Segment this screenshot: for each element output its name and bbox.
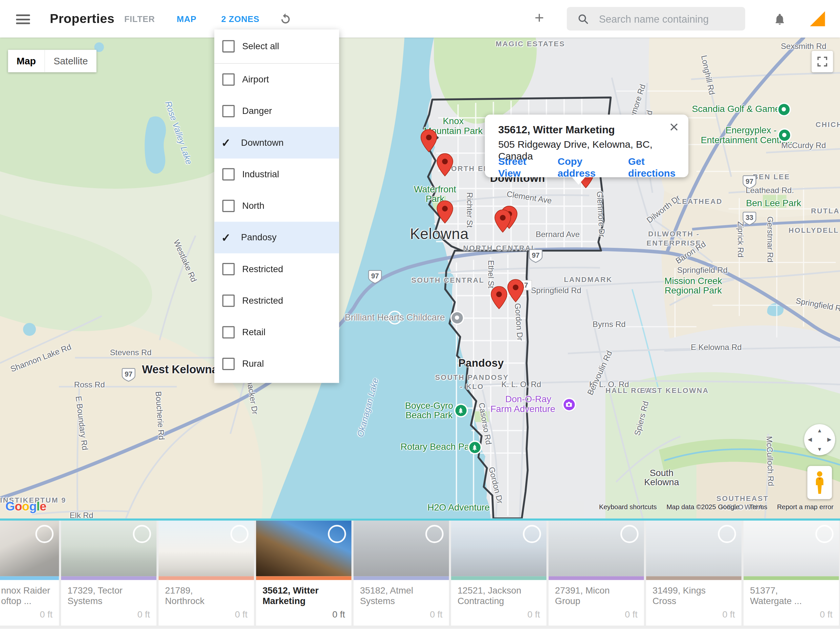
map-label: Boyce-Gyro [405,400,453,411]
property-card[interactable]: 31499, KingsCross0 ft [646,521,741,626]
map-label: Kelowna [644,477,679,488]
map-label: Scandia Golf & Games [692,104,785,115]
pan-control[interactable]: ▲ ▼ ◀ ▶ [804,424,835,456]
fullscreen-button[interactable] [812,51,833,72]
copy-address-link[interactable]: Copy address [557,156,617,180]
property-card[interactable]: 12521, JacksonContracting0 ft [451,521,546,626]
property-card[interactable]: 35612, WitterMarketing0 ft [256,521,351,626]
zone-row-rural[interactable]: Rural [215,348,339,380]
pan-down-icon: ▼ [817,446,822,452]
search-input[interactable] [598,7,739,32]
card-distance: 0 ft [527,610,540,621]
select-circle-icon[interactable] [230,525,248,543]
checkbox-unchecked-icon[interactable] [222,263,235,276]
route-badge-33: 33 [742,211,756,226]
close-icon[interactable]: × [669,118,679,136]
map-type-satellite-button[interactable]: Satellite [44,50,96,73]
google-logo-letter: l [36,499,40,513]
attribution-item[interactable]: Report a map error [777,503,834,511]
map-label: E Kelowna Rd [691,342,742,352]
attribution-item[interactable]: Terms [749,503,767,511]
hamburger-menu-icon[interactable] [16,14,30,24]
checkbox-unchecked-icon[interactable] [222,200,235,213]
select-circle-icon[interactable] [718,525,736,543]
map-label: K. L. O. Rd [501,380,541,389]
zone-label: Restricted [242,263,283,274]
map-marker-pin[interactable] [507,279,524,303]
attribution-item[interactable]: Keyboard shortcuts [599,503,657,511]
card-distance: 0 ft [40,610,52,621]
property-card[interactable]: 27391, MiconGroup0 ft [549,521,644,626]
select-circle-icon[interactable] [523,525,541,543]
checkbox-unchecked-icon[interactable] [222,105,235,118]
map-marker-pin[interactable] [436,153,453,177]
zone-row-airport[interactable]: Airport [215,64,339,95]
checkmark-icon[interactable]: ✓ [221,136,234,149]
map-label: Bernard Ave [535,230,579,239]
select-circle-icon[interactable] [133,525,151,543]
zone-row-north[interactable]: North [215,190,339,222]
map-label: BEN LEE [753,173,790,181]
google-logo-letter: e [40,499,46,513]
street-view-pegman[interactable] [807,466,832,499]
property-card[interactable]: 51377,Watergate ...0 ft [744,521,839,626]
street-view-link[interactable]: Street View [498,156,546,180]
zone-label: Pandosy [241,232,276,243]
get-directions-link[interactable]: Get directions [628,156,688,180]
map-marker-pin[interactable] [494,210,511,233]
zone-row-industrial[interactable]: Industrial [215,159,339,190]
orange-triangle-logo[interactable] [810,11,825,26]
zone-row-downtown[interactable]: ✓Downtown [215,127,339,159]
map-marker-pin[interactable] [491,286,507,310]
select-circle-icon[interactable] [425,525,443,543]
map-label: Kelowna [410,225,469,243]
checkbox-unchecked-icon[interactable] [222,358,235,370]
checkbox-unchecked-icon[interactable] [222,168,235,181]
property-card[interactable]: 35182, AtmelSystems0 ft [354,521,449,626]
zone-row-restricted[interactable]: Restricted [215,285,339,317]
map-marker-pin[interactable] [420,129,437,153]
checkbox-unchecked-icon[interactable] [222,295,235,307]
card-distance: 0 ft [430,610,443,621]
route-badge-97: 97 [529,249,543,263]
map-label: SOUTH CENTRAL [412,276,484,284]
add-button[interactable]: + [535,9,544,25]
checkmark-icon[interactable]: ✓ [221,231,234,244]
select-circle-icon[interactable] [815,525,834,543]
info-window-title: 35612, Witter Marketing [498,124,615,136]
pan-up-icon: ▲ [817,427,822,434]
refresh-icon[interactable] [278,13,292,26]
checkbox-unchecked-icon[interactable] [222,73,235,86]
map-type-map-button[interactable]: Map [8,50,44,73]
select-circle-icon[interactable] [328,525,346,543]
zone-row-retail[interactable]: Retail [215,317,339,348]
checkbox-unchecked-icon[interactable] [222,40,235,52]
route-badge-97: 97 [122,368,135,383]
poi-green-dot-icon [778,129,790,140]
zone-row-danger[interactable]: Danger [215,95,339,127]
search-box [567,7,745,30]
property-card[interactable]: 17329, TectorSystems0 ft [61,521,156,626]
checkbox-unchecked-icon[interactable] [222,326,235,339]
poi-green-dot-icon [778,104,789,115]
property-photo [744,521,839,577]
bell-icon[interactable] [774,13,786,28]
map-canvas[interactable]: MAGIC ESTATESSexsmith RdLonghill RdGlenm… [0,38,840,519]
zone-row-restricted[interactable]: Restricted [215,254,339,285]
map-marker-pin[interactable] [436,200,453,224]
card-title-line1: 35612, Witter [262,585,319,596]
zone-row-pandosy[interactable]: ✓Pandosy [215,222,339,253]
card-distance: 0 ft [235,610,248,621]
select-circle-icon[interactable] [35,525,54,543]
map-label: MAGIC ESTATES [496,40,565,48]
property-photo [354,521,449,577]
property-card[interactable]: 21789,Northrock0 ft [159,521,254,626]
tab-2-zones[interactable]: 2 ZONES [221,14,259,24]
zone-select-all-row[interactable]: Select all [215,30,339,63]
poi-purple-cam-icon [563,399,574,410]
select-circle-icon[interactable] [620,525,638,543]
zone-label: Danger [242,106,272,117]
property-card[interactable]: nnox Raideroftop ...0 ft [0,521,59,626]
tab-filter[interactable]: FILTER [124,14,155,24]
tab-map[interactable]: MAP [177,14,196,24]
